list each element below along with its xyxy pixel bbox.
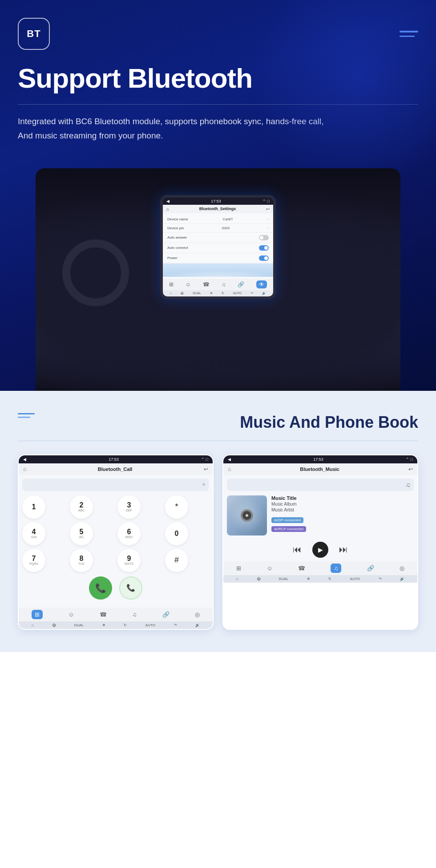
ac-airflow[interactable]: ↷ bbox=[250, 292, 253, 295]
menu-button[interactable] bbox=[400, 31, 418, 37]
key-5[interactable]: 5JKL bbox=[70, 522, 93, 545]
key-4[interactable]: 4GHI bbox=[22, 522, 45, 545]
music-time: 17:53 bbox=[313, 457, 323, 462]
music-status-bar: ◀ 17:53 ⌃ □ bbox=[223, 455, 417, 463]
display-row-power[interactable]: Power bbox=[163, 253, 273, 264]
ac-auto[interactable]: AUTO bbox=[233, 292, 242, 295]
ac-power[interactable]: ⏻ bbox=[181, 292, 184, 295]
key-7[interactable]: 7PQRS bbox=[22, 549, 45, 572]
music-nav-bar: ⌂ Bluetooth_Music ↩ bbox=[223, 463, 417, 475]
call-ac-auto[interactable]: AUTO bbox=[145, 623, 155, 627]
music-home-icon[interactable]: ⌂ bbox=[228, 466, 231, 472]
key-hash[interactable]: # bbox=[165, 549, 188, 572]
music-bottom-grid[interactable]: ⊞ bbox=[236, 565, 241, 572]
call-ac-fan[interactable]: ❄ bbox=[102, 623, 105, 627]
hero-header: BT bbox=[18, 18, 418, 50]
key-3[interactable]: 3DEF bbox=[117, 495, 141, 519]
music-ac-bar: ⌂ ⏻ DUAL ❄ ↻ AUTO ↷ 🔊 bbox=[223, 575, 417, 583]
key-star[interactable]: * bbox=[165, 495, 188, 519]
music-ac-airflow[interactable]: ↷ bbox=[379, 577, 382, 581]
call-ac-dual[interactable]: DUAL bbox=[74, 623, 84, 627]
bottom-icon-phone[interactable]: ☎ bbox=[203, 281, 210, 288]
music-ac-volume[interactable]: 🔊 bbox=[400, 577, 404, 581]
bt-logo: BT bbox=[18, 18, 50, 50]
call-bottom-music[interactable]: ♫ bbox=[132, 611, 137, 618]
call-ac-home[interactable]: ⌂ bbox=[32, 623, 34, 627]
bottom-icon-music[interactable]: ♫ bbox=[222, 281, 226, 288]
music-bottom-user[interactable]: ☺ bbox=[266, 565, 272, 572]
display-home-icon[interactable]: ⌂ bbox=[166, 207, 169, 211]
key-9[interactable]: 9WXYZ bbox=[117, 549, 141, 572]
music-ac-power[interactable]: ⏻ bbox=[257, 577, 260, 581]
display-ac-bar: ⌂ ⏻ DUAL ❄ ↻ AUTO ↷ 🔊 bbox=[163, 290, 273, 296]
ac-home[interactable]: ⌂ bbox=[170, 292, 172, 295]
music-bottom-link[interactable]: 🔗 bbox=[367, 565, 374, 572]
call-search-clear[interactable]: ✕ bbox=[202, 482, 206, 487]
music-ac-auto[interactable]: AUTO bbox=[350, 577, 360, 581]
keypad: 1 2ABC 3DEF * 4GHI 5JKL 6MNO 0 7PQRS 8TU… bbox=[22, 495, 209, 572]
display-settings-content: Device name CarBT › Device pin 0000 › Au… bbox=[163, 213, 273, 279]
a2dp-badge: A2DP connected bbox=[271, 517, 303, 523]
ac-fan[interactable]: ❄ bbox=[210, 292, 213, 295]
display-row-device-pin[interactable]: Device pin 0000 › bbox=[163, 224, 273, 233]
music-bottom-eye[interactable]: ◎ bbox=[400, 565, 404, 572]
ac-dual[interactable]: DUAL bbox=[193, 292, 201, 295]
ac-recycle[interactable]: ↻ bbox=[222, 292, 224, 295]
call-bottom-grid[interactable]: ⊞ bbox=[32, 610, 43, 619]
key-6[interactable]: 6MNO bbox=[117, 522, 141, 545]
call-ac-recycle[interactable]: ↻ bbox=[124, 623, 127, 627]
play-button[interactable]: ▶ bbox=[312, 542, 328, 558]
bottom-icon-grid[interactable]: ⊞ bbox=[169, 281, 174, 288]
power-toggle[interactable] bbox=[259, 256, 269, 261]
key-2[interactable]: 2ABC bbox=[70, 495, 93, 519]
central-display: ◀ 17:53 ⌃ □ ⌂ Bluetooth_Settings ↩ Devic… bbox=[160, 195, 276, 299]
display-row-auto-answer[interactable]: Auto answer bbox=[163, 233, 273, 243]
bottom-header: Music And Phone Book bbox=[18, 413, 418, 432]
hero-divider bbox=[18, 104, 418, 105]
bottom-section-title: Music And Phone Book bbox=[240, 413, 418, 432]
music-back-icon[interactable]: ↩ bbox=[408, 466, 413, 472]
display-status-icons: ⌃ □ bbox=[262, 199, 270, 203]
music-search-bar[interactable]: ♫ bbox=[227, 479, 414, 491]
call-back-icon[interactable]: ↩ bbox=[204, 466, 208, 472]
bottom-icon-eye[interactable]: 👁 bbox=[256, 280, 267, 288]
music-ac-home[interactable]: ⌂ bbox=[236, 577, 238, 581]
bottom-icon-link[interactable]: 🔗 bbox=[238, 281, 244, 288]
auto-answer-toggle[interactable] bbox=[259, 235, 269, 240]
next-track-button[interactable]: ⏭ bbox=[339, 544, 348, 555]
auto-connect-toggle[interactable] bbox=[259, 245, 269, 251]
call-bottom-user[interactable]: ☺ bbox=[68, 611, 74, 618]
call-bottom-phone[interactable]: ☎ bbox=[100, 611, 107, 618]
call-ac-power[interactable]: ⏻ bbox=[52, 623, 56, 627]
display-row-device-name[interactable]: Device name CarBT › bbox=[163, 215, 273, 224]
call-nav-title: Bluetooth_Call bbox=[98, 466, 133, 472]
music-ac-dual[interactable]: DUAL bbox=[279, 577, 288, 581]
call-answer-button[interactable]: 📞 bbox=[89, 576, 112, 600]
display-back-icon[interactable]: ↩ bbox=[266, 207, 270, 211]
bluetooth-music-screen: ◀ 17:53 ⌃ □ ⌂ Bluetooth_Music ↩ ♫ bbox=[222, 454, 418, 630]
call-home-icon[interactable]: ⌂ bbox=[23, 466, 26, 472]
icon-line-1 bbox=[18, 413, 35, 414]
key-8[interactable]: 8TUV bbox=[70, 549, 93, 572]
call-search-bar[interactable]: ✕ bbox=[22, 479, 209, 491]
prev-track-button[interactable]: ⏮ bbox=[293, 544, 302, 555]
call-content: ✕ 1 2ABC 3DEF * 4GHI 5JKL 6MNO 0 7PQRS 8… bbox=[19, 475, 213, 608]
music-bottom-phone[interactable]: ☎ bbox=[298, 565, 305, 572]
key-1[interactable]: 1 bbox=[22, 495, 45, 519]
call-ac-volume[interactable]: 🔊 bbox=[195, 623, 200, 627]
ac-volume[interactable]: 🔊 bbox=[262, 292, 266, 295]
music-note-icon[interactable]: ♫ bbox=[406, 481, 411, 488]
avrcp-badge: AVRCP connected bbox=[271, 526, 306, 532]
call-hangup-button[interactable]: 📞 bbox=[119, 576, 142, 600]
bottom-icon-user[interactable]: ☺ bbox=[186, 281, 191, 288]
call-bottom-link[interactable]: 🔗 bbox=[162, 611, 170, 618]
music-bottom-music[interactable]: ♫ bbox=[331, 564, 341, 573]
key-0[interactable]: 0 bbox=[165, 522, 188, 545]
music-ac-fan[interactable]: ❄ bbox=[307, 577, 310, 581]
display-row-auto-connect[interactable]: Auto connect bbox=[163, 243, 273, 253]
device-name-label: Device name bbox=[167, 217, 188, 221]
call-bottom-eye[interactable]: ◎ bbox=[195, 611, 200, 618]
music-ac-recycle[interactable]: ↻ bbox=[328, 577, 331, 581]
display-nav-title: Bluetooth_Settings bbox=[199, 207, 236, 211]
call-ac-airflow[interactable]: ↷ bbox=[174, 623, 177, 627]
